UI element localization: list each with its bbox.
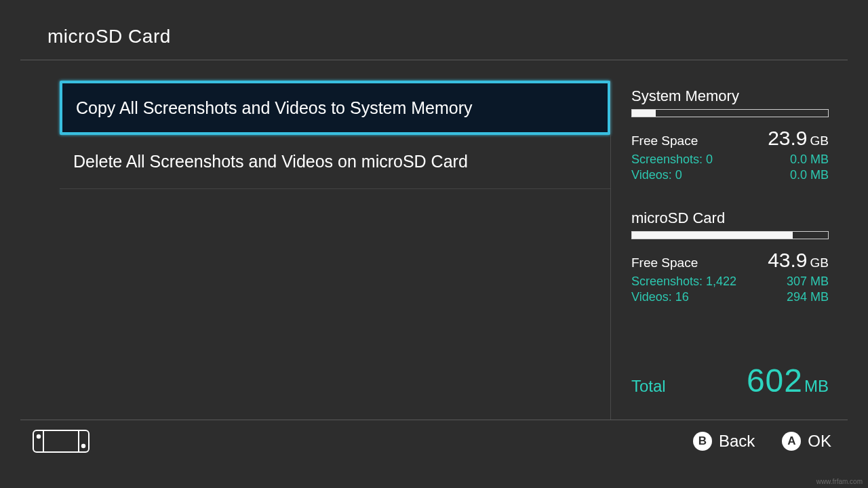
microsd-block: microSD Card Free Space 43.9GB Screensho… <box>631 209 829 304</box>
screenshots-size: 307 MB <box>787 274 829 289</box>
videos-count: Videos: 16 <box>631 290 689 304</box>
page-header: microSD Card <box>0 0 868 60</box>
total-row: Total 602MB <box>631 362 829 399</box>
microsd-bar <box>631 231 829 239</box>
free-space-value: 43.9GB <box>768 249 829 272</box>
menu-copy-to-system[interactable]: Copy All Screenshots and Videos to Syste… <box>60 81 610 135</box>
system-screenshots-row: Screenshots: 0 0.0 MB <box>631 152 829 167</box>
controller-icon <box>33 430 90 453</box>
a-button-icon: A <box>782 432 801 451</box>
screenshots-count: Screenshots: 1,422 <box>631 274 736 289</box>
back-hint[interactable]: B Back <box>693 432 755 451</box>
videos-count: Videos: 0 <box>631 168 682 182</box>
footer: B Back A OK <box>0 420 868 453</box>
system-memory-title: System Memory <box>631 87 829 105</box>
watermark: www.frfam.com <box>816 478 863 485</box>
system-memory-bar-fill <box>632 110 656 117</box>
svg-point-2 <box>37 434 41 439</box>
content-area: Copy All Screenshots and Videos to Syste… <box>0 60 868 420</box>
ok-hint[interactable]: A OK <box>782 432 831 451</box>
ok-label: OK <box>808 432 831 451</box>
microsd-title: microSD Card <box>631 209 829 227</box>
microsd-screenshots-row: Screenshots: 1,422 307 MB <box>631 274 829 289</box>
svg-rect-1 <box>43 430 79 452</box>
videos-size: 294 MB <box>787 290 829 304</box>
total-label: Total <box>631 377 666 396</box>
menu-item-label: Copy All Screenshots and Videos to Syste… <box>76 98 473 118</box>
menu-item-label: Delete All Screenshots and Videos on mic… <box>73 152 468 171</box>
microsd-bar-fill <box>632 232 793 239</box>
menu-delete-all[interactable]: Delete All Screenshots and Videos on mic… <box>60 135 610 189</box>
screenshots-size: 0.0 MB <box>790 152 829 167</box>
system-free-row: Free Space 23.9GB <box>631 127 829 150</box>
system-memory-block: System Memory Free Space 23.9GB Screensh… <box>631 87 829 182</box>
videos-size: 0.0 MB <box>790 168 829 182</box>
menu-list: Copy All Screenshots and Videos to Syste… <box>0 81 610 420</box>
screenshots-count: Screenshots: 0 <box>631 152 713 167</box>
total-value: 602MB <box>747 362 829 399</box>
footer-hints: B Back A OK <box>693 432 831 451</box>
microsd-free-row: Free Space 43.9GB <box>631 249 829 272</box>
system-memory-bar <box>631 109 829 117</box>
free-space-value: 23.9GB <box>768 127 829 150</box>
microsd-videos-row: Videos: 16 294 MB <box>631 290 829 304</box>
free-space-label: Free Space <box>631 256 698 270</box>
page-title: microSD Card <box>47 26 868 47</box>
free-space-label: Free Space <box>631 134 698 148</box>
storage-panel: System Memory Free Space 23.9GB Screensh… <box>610 81 868 420</box>
svg-rect-0 <box>33 430 89 452</box>
system-videos-row: Videos: 0 0.0 MB <box>631 168 829 182</box>
svg-point-3 <box>81 444 85 448</box>
b-button-icon: B <box>693 432 712 451</box>
back-label: Back <box>719 432 755 451</box>
